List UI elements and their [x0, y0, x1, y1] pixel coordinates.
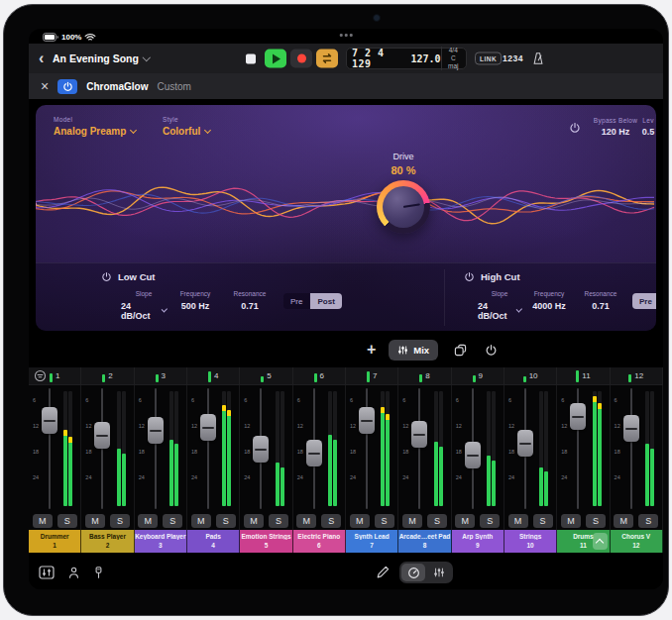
- cycle-button[interactable]: [316, 50, 338, 68]
- volume-fader[interactable]: [49, 388, 51, 509]
- low-cut-power-icon[interactable]: [101, 271, 112, 282]
- edit-pencil-button[interactable]: [376, 566, 390, 579]
- track-number-cell[interactable]: 4: [187, 367, 240, 384]
- volume-fader[interactable]: [101, 388, 103, 509]
- high-cut-resonance[interactable]: 0.71: [592, 301, 610, 311]
- fader-thumb[interactable]: [623, 415, 639, 442]
- track-label[interactable]: Strings10: [504, 530, 557, 553]
- mute-button[interactable]: M: [85, 514, 105, 528]
- mix-view-button[interactable]: Mix: [389, 340, 438, 361]
- fader-thumb[interactable]: [359, 407, 375, 434]
- track-number-cell[interactable]: 12: [611, 367, 663, 384]
- mute-button[interactable]: M: [561, 514, 581, 528]
- fader-thumb[interactable]: [517, 430, 533, 457]
- fader-thumb[interactable]: [253, 436, 269, 463]
- fader-thumb[interactable]: [306, 440, 322, 466]
- volume-fader[interactable]: [366, 388, 368, 509]
- channel-power-button[interactable]: [482, 341, 500, 359]
- mute-button[interactable]: M: [244, 514, 264, 528]
- volume-fader[interactable]: [155, 388, 157, 509]
- close-plugin-button[interactable]: ×: [41, 80, 49, 92]
- solo-button[interactable]: S: [480, 514, 500, 528]
- fader-thumb[interactable]: [200, 414, 216, 441]
- track-label[interactable]: Arcade…eet Pad8: [398, 530, 451, 553]
- fader-thumb[interactable]: [465, 442, 481, 468]
- solo-button[interactable]: S: [57, 514, 77, 528]
- copy-button[interactable]: [451, 341, 469, 359]
- stop-button[interactable]: [240, 50, 262, 68]
- track-number-cell[interactable]: 3: [135, 367, 187, 384]
- lcd-display[interactable]: 7 2 4 129 127.0 4/4 C maj: [346, 48, 467, 69]
- artist-icon[interactable]: [66, 566, 81, 579]
- solo-button[interactable]: S: [269, 514, 288, 528]
- io-jack-icon[interactable]: [93, 566, 104, 579]
- multitasking-indicator[interactable]: [340, 34, 353, 37]
- track-number-cell[interactable]: 7: [346, 367, 398, 384]
- volume-fader[interactable]: [313, 388, 315, 509]
- volume-fader[interactable]: [472, 388, 474, 509]
- low-cut-frequency[interactable]: 500 Hz: [181, 301, 210, 311]
- track-label[interactable]: Pads4: [187, 530, 240, 553]
- track-number-cell[interactable]: 8: [398, 367, 451, 384]
- metronome-button[interactable]: [530, 51, 546, 66]
- volume-fader[interactable]: [418, 388, 420, 509]
- mute-button[interactable]: M: [138, 514, 158, 528]
- volume-fader[interactable]: [577, 388, 579, 509]
- high-cut-frequency[interactable]: 4000 Hz: [532, 301, 566, 311]
- mute-button[interactable]: M: [296, 514, 316, 528]
- track-label[interactable]: Emotion Strings5: [240, 530, 292, 553]
- mute-button[interactable]: M: [350, 514, 370, 528]
- solo-button[interactable]: S: [638, 514, 658, 528]
- track-label[interactable]: Bass Player2: [81, 530, 134, 553]
- mute-button[interactable]: M: [33, 514, 53, 528]
- fader-thumb[interactable]: [570, 403, 586, 430]
- mixer-board-icon[interactable]: [39, 566, 55, 579]
- solo-button[interactable]: S: [586, 514, 606, 528]
- style-selector[interactable]: Style Colorful: [163, 116, 210, 137]
- track-label[interactable]: Drums11: [557, 530, 610, 553]
- volume-fader[interactable]: [630, 388, 632, 509]
- back-button[interactable]: ‹: [39, 52, 44, 65]
- track-label[interactable]: Electric Piano6: [293, 530, 346, 553]
- bypass-power-button[interactable]: [569, 122, 581, 134]
- track-number-cell[interactable]: 5: [240, 367, 292, 384]
- play-button[interactable]: [265, 50, 286, 68]
- solo-button[interactable]: S: [110, 514, 130, 528]
- track-label[interactable]: Arp Synth9: [452, 530, 504, 553]
- fader-thumb[interactable]: [148, 417, 164, 444]
- high-cut-pre-button[interactable]: Pre: [632, 293, 656, 309]
- fader-view-button[interactable]: [427, 564, 451, 581]
- pan-dial-view-button[interactable]: [401, 564, 425, 581]
- low-cut-slope[interactable]: 24 dB/Oct: [121, 301, 167, 321]
- mute-button[interactable]: M: [191, 514, 211, 528]
- solo-button[interactable]: S: [375, 514, 394, 528]
- track-number-cell[interactable]: 2: [81, 367, 134, 384]
- solo-button[interactable]: S: [321, 514, 341, 528]
- model-selector[interactable]: Model Analog Preamp: [54, 116, 136, 137]
- track-number-cell[interactable]: 10: [504, 367, 557, 384]
- plugin-preset[interactable]: Custom: [157, 81, 190, 92]
- low-cut-pre-button[interactable]: Pre: [283, 293, 309, 309]
- stack-expand-button[interactable]: [593, 533, 608, 550]
- fader-thumb[interactable]: [94, 422, 110, 449]
- level-control[interactable]: Lev 0.5: [628, 117, 656, 137]
- volume-fader[interactable]: [207, 388, 209, 509]
- plugin-power-button[interactable]: [57, 79, 77, 94]
- high-cut-slope[interactable]: 24 dB/Oct: [478, 301, 521, 321]
- low-cut-post-button[interactable]: Post: [310, 293, 341, 309]
- count-in-button[interactable]: 1234: [503, 53, 523, 63]
- add-track-button[interactable]: +: [367, 343, 376, 357]
- volume-fader[interactable]: [260, 388, 262, 509]
- volume-fader[interactable]: [524, 388, 526, 509]
- mute-button[interactable]: M: [614, 514, 633, 528]
- track-number-cell[interactable]: 11: [557, 367, 610, 384]
- track-label[interactable]: Chorus V12: [611, 530, 663, 553]
- track-number-cell[interactable]: 6: [293, 367, 346, 384]
- mute-button[interactable]: M: [455, 514, 475, 528]
- fader-thumb[interactable]: [42, 407, 57, 434]
- track-label[interactable]: Synth Lead7: [346, 530, 398, 553]
- link-button[interactable]: LINK: [475, 52, 502, 65]
- mute-button[interactable]: M: [508, 514, 528, 528]
- drive-knob[interactable]: [377, 180, 430, 234]
- solo-button[interactable]: S: [533, 514, 553, 528]
